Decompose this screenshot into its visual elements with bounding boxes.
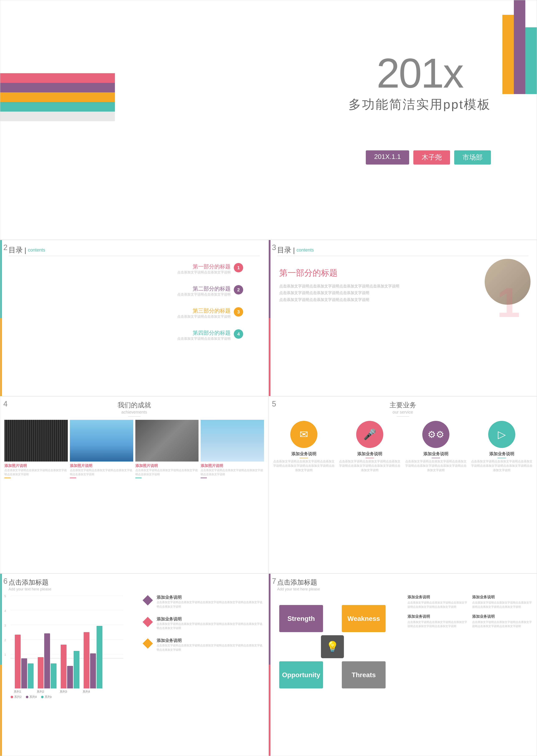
s6-item-3: 添加业务说明 点击添加文字说明点击添加文字说明点击添加文字说明点击添加文字说明点… xyxy=(143,638,264,652)
s4-title-line xyxy=(128,416,141,417)
left-accent-6 xyxy=(0,574,2,756)
service-desc-1: 点击添加文字说明点击添加文字说明点击添加文字说明点击添加文字说明点击添加文字说明… xyxy=(273,459,335,472)
vbar-3 xyxy=(525,27,537,94)
service-icon-2: 🎤 xyxy=(356,421,383,448)
legend-label-3: 系列x xyxy=(45,695,52,699)
stripe-1 xyxy=(0,73,115,83)
toc-desc-3: 点击添加文字说明点击添加文字说明 xyxy=(13,315,231,319)
header-line xyxy=(9,256,260,256)
slide-number-7: 7 xyxy=(272,577,276,586)
bar-2-2 xyxy=(44,633,50,689)
s5-title-line xyxy=(397,416,409,417)
swot-o-cell: Opportunity xyxy=(279,661,323,689)
cover-stripes xyxy=(0,73,115,121)
swot-w-cell: Weakness xyxy=(342,605,386,632)
s4-title-area: 我们的成就 achievements xyxy=(0,397,268,417)
s6-diamond-1 xyxy=(143,595,153,606)
swot-t-cell: Threats xyxy=(342,661,386,689)
service-3: ⚙⚙ 添加业务说明 点击添加文字说明点击添加文字说明点击添加文字说明点击添加文字… xyxy=(405,421,467,472)
s3-content: 第一部分的标题 点击添加文字说明点击添加文字说明点击添加文字说明点击添加文字说明… xyxy=(279,267,474,303)
s7-title-area: 点击添加标题 Add your text here please xyxy=(277,578,320,591)
service-label-2: 添加业务说明 xyxy=(339,451,401,457)
s6-title-area: 点击添加标题 Add your text here please xyxy=(9,578,51,591)
vbar-1 xyxy=(502,15,514,94)
s5-title: 主要业务 xyxy=(269,400,537,410)
legend-1: 系列2 xyxy=(11,695,22,699)
photo-3 xyxy=(135,420,199,462)
service-line-4 xyxy=(498,458,506,458)
bar-1-2 xyxy=(21,658,27,689)
toc-item-2: 第二部分的标题 点击添加文字说明点击添加文字说明 2 xyxy=(13,285,260,297)
slide-achievements: 4 我们的成就 achievements 添加照片说明 点击添加文字说明点击添加… xyxy=(0,396,268,573)
chart-legend: 系列2 系列4 系列x xyxy=(11,695,52,699)
slide-swot: 7 点击添加标题 Add your text here please Stren… xyxy=(268,573,537,756)
s3-big-num: 1 xyxy=(497,282,520,323)
slide-number-5: 5 xyxy=(272,399,276,408)
s6-desc-1: 点击添加文字说明点击添加文字说明点击添加文字说明点击添加文字说明点击添加文字说明… xyxy=(157,600,264,609)
stripe-5 xyxy=(0,111,115,121)
photo-desc-4: 点击添加文字说明点击添加文字说明点击添加文字说明点击添加文字说明 xyxy=(201,468,264,476)
service-desc-3: 点击添加文字说明点击添加文字说明点击添加文字说明点击添加文字说明点击添加文字说明… xyxy=(405,459,467,472)
service-1: ✉ 添加业务说明 点击添加文字说明点击添加文字说明点击添加文字说明点击添加文字说… xyxy=(273,421,335,472)
swot-center: 💡 xyxy=(321,635,344,658)
swot-desc-w-title: 添加业务说明 xyxy=(472,595,533,600)
cover-vbars xyxy=(502,0,537,94)
left-accent-7 xyxy=(269,574,270,756)
service-line-3 xyxy=(432,458,440,458)
s5-subtitle: our service xyxy=(269,410,537,415)
s4-title: 我们的成就 xyxy=(0,400,268,410)
toc-desc-4: 点击添加文字说明点击添加文字说明 xyxy=(13,337,231,341)
slide-number-4: 4 xyxy=(3,399,8,408)
s6-title-3: 添加业务说明 xyxy=(157,638,264,643)
slide-header: 目录 | contents xyxy=(9,245,45,255)
swot-desc-o-text: 点击添加文字说明点击添加文字说明点击添加文字说明点击添加文字说明点击添加文字说明 xyxy=(407,620,468,628)
legend-label-2: 系列4 xyxy=(29,695,37,699)
s6-title-2: 添加业务说明 xyxy=(157,616,264,622)
cover-tags: 201X.1.1 木子尧 市场部 xyxy=(366,150,491,165)
grid-1 xyxy=(11,596,123,596)
photo-line-1 xyxy=(4,478,11,478)
photo-label-2: 添加照片说明 xyxy=(70,463,133,468)
toc-num-2: 2 xyxy=(234,285,243,294)
swot-grid: Strength Weakness 💡 Opportunity Threats xyxy=(275,595,390,699)
swot-desc-w-text: 点击添加文字说明点击添加文字说明点击添加文字说明点击添加文字说明点击添加文字说明 xyxy=(472,601,533,609)
slide-section-intro: 3 目录 | contents 1 第一部分的标题 点击添加文字说明点击添加文字… xyxy=(268,240,537,396)
swot-desc-s-title: 添加业务说明 xyxy=(407,595,468,600)
bar-3-3 xyxy=(74,651,79,689)
toc-num-3: 3 xyxy=(234,307,243,316)
tag-name: 木子尧 xyxy=(413,150,450,165)
xlabel-3: 系列3 xyxy=(60,690,67,693)
slide-cover: 201x 多功能简洁实用ppt模板 201X.1.1 木子尧 市场部 xyxy=(0,0,537,240)
tag-date: 201X.1.1 xyxy=(366,150,409,165)
bar-group-3 xyxy=(61,645,79,689)
photo-1 xyxy=(4,420,68,462)
legend-label-1: 系列2 xyxy=(14,695,22,699)
slide-number-6: 6 xyxy=(3,577,8,586)
swot-s-label: Strength xyxy=(287,615,315,622)
service-desc-2: 点击添加文字说明点击添加文字说明点击添加文字说明点击添加文字说明点击添加文字说明… xyxy=(339,459,401,472)
cover-title-area: 201x 多功能简洁实用ppt模板 xyxy=(349,52,491,113)
slide3-header: 目录 | contents xyxy=(277,245,314,255)
photo-desc-3: 点击添加文字说明点击添加文字说明点击添加文字说明点击添加文字说明 xyxy=(135,468,199,476)
toc-list: 第一部分的标题 点击添加文字说明点击添加文字说明 1 第二部分的标题 点击添加文… xyxy=(13,263,260,352)
toc-desc-2: 点击添加文字说明点击添加文字说明 xyxy=(13,292,231,297)
slide-toc: 2 目录 | contents 第一部分的标题 点击添加文字说明点击添加文字说明… xyxy=(0,240,268,396)
service-4: ▷ 添加业务说明 点击添加文字说明点击添加文字说明点击添加文字说明点击添加文字说… xyxy=(471,421,533,472)
swot-row-1: 添加业务说明 点击添加文字说明点击添加文字说明点击添加文字说明点击添加文字说明点… xyxy=(407,595,533,609)
photo-label-4: 添加照片说明 xyxy=(201,463,264,468)
bar-4-3 xyxy=(97,626,103,689)
slide-chart: 6 点击添加标题 Add your text here please 5 4 3… xyxy=(0,573,268,756)
s6-desc-2: 点击添加文字说明点击添加文字说明点击添加文字说明点击添加文字说明点击添加文字说明… xyxy=(157,622,264,631)
swot-w-label: Weakness xyxy=(348,615,380,622)
grid-2 xyxy=(11,610,123,610)
header-en: contents xyxy=(28,247,45,253)
bar-2-3 xyxy=(51,663,57,689)
photo-item-2: 添加照片说明 点击添加文字说明点击添加文字说明点击添加文字说明点击添加文字说明 xyxy=(70,420,133,478)
xlabel-1: 系列1 xyxy=(14,690,21,693)
photo-label-1: 添加照片说明 xyxy=(4,463,68,468)
service-label-1: 添加业务说明 xyxy=(273,451,335,457)
photo-4 xyxy=(201,420,264,462)
swot-descriptions: 添加业务说明 点击添加文字说明点击添加文字说明点击添加文字说明点击添加文字说明点… xyxy=(407,595,533,628)
slide-number: 2 xyxy=(3,243,8,252)
photo-line-3 xyxy=(135,478,142,478)
